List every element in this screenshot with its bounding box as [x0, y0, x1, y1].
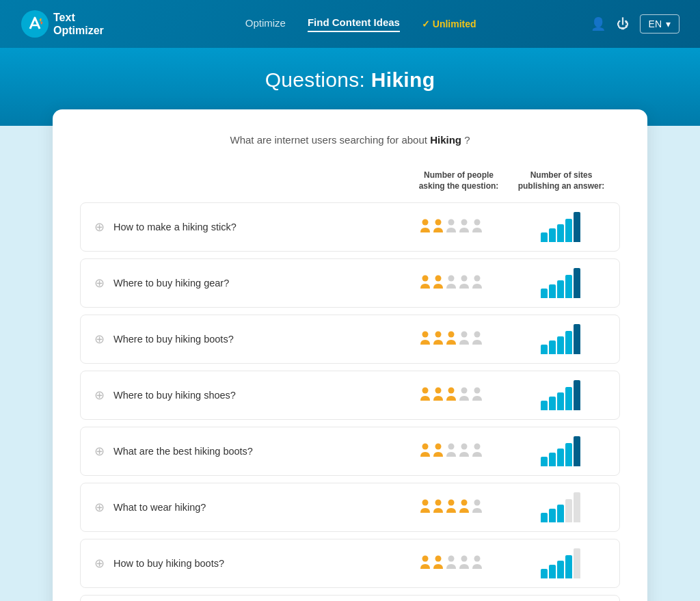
person-icon [446, 387, 457, 404]
bar [574, 380, 580, 410]
svg-point-27 [435, 499, 442, 505]
person-icon [459, 219, 470, 236]
svg-point-12 [435, 331, 442, 337]
question-text: How to buy hiking boots? [113, 558, 390, 569]
person-icon [459, 331, 470, 348]
person-icon [420, 219, 431, 236]
sites-meter [513, 380, 608, 410]
bar [574, 436, 580, 466]
svg-point-7 [435, 275, 442, 281]
questions-list: ⊕How to make a hiking stick?⊕Where to bu… [80, 202, 620, 601]
language-button[interactable]: EN ▾ [640, 14, 679, 34]
person-icon [420, 387, 431, 404]
title-keyword: Hiking [371, 68, 435, 91]
bar [557, 280, 564, 298]
question-row: ⊕How to make a hiking stick? [80, 202, 620, 252]
people-meter [396, 443, 506, 460]
svg-point-1 [422, 219, 429, 225]
bar [549, 565, 556, 578]
expand-button[interactable]: ⊕ [92, 388, 107, 403]
bar [565, 555, 572, 578]
svg-point-10 [474, 275, 481, 281]
bar [541, 569, 548, 578]
svg-point-23 [448, 443, 455, 449]
svg-point-20 [474, 387, 481, 393]
person-icon [433, 275, 444, 292]
sites-meter [513, 212, 608, 242]
person-icon [459, 499, 470, 516]
expand-button[interactable]: ⊕ [92, 500, 107, 515]
bar [557, 561, 564, 578]
svg-point-32 [435, 555, 442, 561]
expand-button[interactable]: ⊕ [92, 444, 107, 459]
sites-meter [513, 492, 608, 522]
svg-point-18 [448, 387, 455, 393]
svg-point-2 [435, 219, 442, 225]
person-icon [420, 555, 431, 572]
svg-point-34 [461, 555, 468, 561]
nav-optimize[interactable]: Optimize [245, 17, 286, 31]
subtitle-suffix: ? [461, 134, 470, 146]
power-icon[interactable]: ⏻ [617, 17, 629, 31]
person-icon [446, 275, 457, 292]
svg-point-3 [448, 219, 455, 225]
person-icon [433, 331, 444, 348]
bar [557, 392, 564, 410]
bar [541, 401, 548, 410]
svg-point-19 [461, 387, 468, 393]
subtitle-keyword: Hiking [430, 134, 461, 146]
user-icon[interactable]: 👤 [591, 16, 606, 31]
person-icon [472, 219, 483, 236]
bar [557, 224, 564, 242]
person-icon [433, 499, 444, 516]
svg-point-28 [448, 499, 455, 505]
people-meter [396, 499, 506, 516]
logo-icon [21, 10, 49, 38]
bar [549, 453, 556, 466]
expand-button[interactable]: ⊕ [92, 556, 107, 571]
person-icon [446, 219, 457, 236]
person-icon [446, 331, 457, 348]
person-icon [472, 331, 483, 348]
bar [565, 443, 572, 466]
svg-point-0 [21, 10, 49, 38]
expand-button[interactable]: ⊕ [92, 276, 107, 291]
chevron-down-icon: ▾ [666, 18, 671, 29]
logo[interactable]: Text Optimizer [21, 10, 104, 38]
bar [565, 499, 572, 522]
person-icon [420, 443, 431, 460]
svg-point-9 [461, 275, 468, 281]
svg-point-13 [448, 331, 455, 337]
nav-find-content[interactable]: Find Content Ideas [308, 16, 400, 32]
people-meter [396, 555, 506, 572]
svg-point-31 [422, 555, 429, 561]
person-icon [420, 499, 431, 516]
table-header: Number of peopleasking the question: Num… [80, 170, 620, 197]
bar [574, 212, 580, 242]
page-title: Questions: Hiking [14, 68, 686, 92]
svg-point-6 [422, 275, 429, 281]
svg-point-16 [422, 387, 429, 393]
person-icon [446, 555, 457, 572]
person-icon [459, 555, 470, 572]
sites-meter [513, 548, 608, 578]
expand-button[interactable]: ⊕ [92, 219, 107, 235]
bar [557, 336, 564, 354]
question-row: ⊕How to buy hiking socks? [80, 595, 620, 601]
svg-point-30 [474, 499, 481, 505]
title-prefix: Questions: [265, 68, 371, 91]
question-text: Where to buy hiking boots? [113, 334, 390, 345]
bar [549, 509, 556, 522]
expand-button[interactable]: ⊕ [92, 332, 107, 347]
content-card: What are internet users searching for ab… [53, 109, 647, 601]
bar [565, 275, 572, 298]
question-text: Where to buy hiking gear? [113, 278, 390, 289]
person-icon [420, 331, 431, 348]
subtitle: What are internet users searching for ab… [80, 134, 620, 146]
question-row: ⊕Where to buy hiking boots? [80, 315, 620, 364]
person-icon [433, 555, 444, 572]
bar [574, 548, 580, 578]
svg-point-4 [461, 219, 468, 225]
people-meter [396, 219, 506, 236]
svg-point-15 [474, 331, 481, 337]
